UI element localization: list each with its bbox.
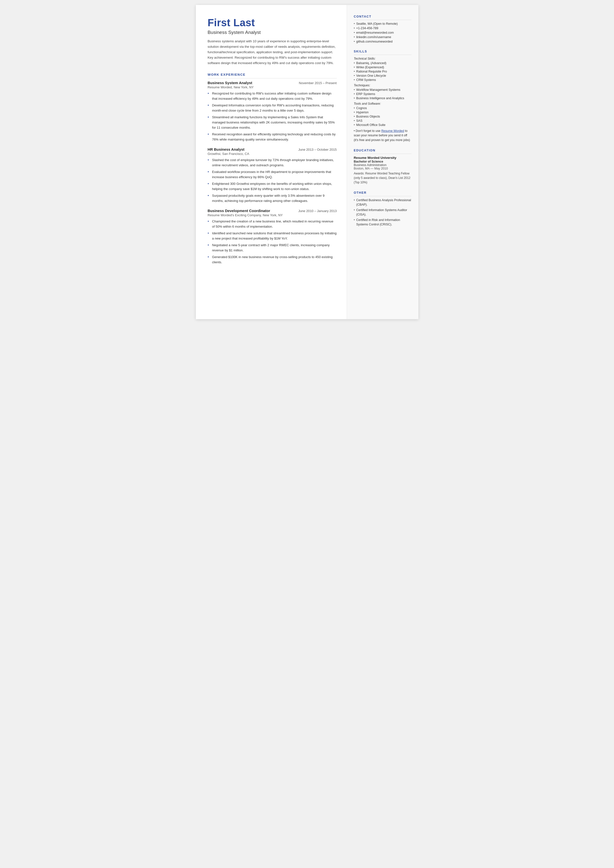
edu-field: Business Administration [354,163,411,167]
job-title-1: Business System Analyst [208,81,253,85]
skill-tech-5: CRM Systems [354,78,411,82]
job-company-2: Growthsi, San Francisco, CA [208,152,337,156]
edu-degree: Bachelor of Science [354,160,411,163]
job-title-2: HR Business Analyst [208,148,245,151]
edu-block: Resume Worded University Bachelor of Sci… [354,156,411,185]
tool-1: Cognos [354,106,411,110]
tool-5: Microsoft Office Suite [354,123,411,127]
job-dates-1: November 2015 – Present [299,81,336,85]
bullet-3-1: Championed the creation of a new busines… [208,219,337,229]
bullet-3-2: Identified and launched new solutions th… [208,231,337,241]
skill-tech-2: Wrike (Experienced) [354,65,411,69]
edu-institution: Resume Worded University [354,156,411,160]
job-bullets-2: Slashed the cost of employee turnover by… [208,157,337,203]
summary-text: Business systems analyst with 10 years o… [208,39,337,66]
right-column: CONTACT Seattle, WA (Open to Remote) +1-… [347,5,419,319]
job-bullets-1: Recognized for contributing to RW's succ… [208,91,337,142]
other-section: OTHER Certified Business Analysis Profes… [354,191,411,227]
other-list: Certified Business Analysis Professional… [354,198,411,227]
technical-skills-label: Technical Skills: [354,57,411,61]
bullet-1-3: Streamlined all marketing functions by i… [208,115,337,130]
job-header-2: HR Business Analyst June 2013 – October … [208,148,337,151]
tool-4: SAS [354,119,411,123]
skills-header: SKILLS [354,50,411,55]
candidate-title: Business System Analyst [208,30,337,35]
contact-email: email@resumeworded.com [354,31,411,34]
job-dates-2: June 2013 – October 2015 [298,148,336,151]
other-cert-3: Certified in Risk and Information System… [354,218,411,227]
edu-date: Boston, MA — May 2010 [354,167,411,170]
bullet-2-3: Enlightened 300 Growthsi employees on th… [208,181,337,191]
job-company-3: Resume Worded's Exciting Company, New Yo… [208,213,337,217]
bullet-1-1: Recognized for contributing to RW's succ… [208,91,337,101]
bullet-3-3: Negotiated a new 5-year contract with 2 … [208,242,337,253]
other-cert-2: Certified Information Systems Auditor (C… [354,208,411,217]
rw-promo: • Don't forget to use Resume Worded to s… [354,129,411,142]
job-header-3: Business Development Coordinator June 20… [208,209,337,213]
contact-phone: +1-234-456-789 [354,26,411,30]
skills-section: SKILLS Technical Skills: Balsamiq, (Adva… [354,50,411,142]
bullet-2-1: Slashed the cost of employee turnover by… [208,157,337,168]
bullet-1-4: Received recognition award for efficient… [208,132,337,142]
contact-github: github.com/resumeworded [354,40,411,43]
technique-3: Business Intelligence and Analytics [354,96,411,100]
job-dates-3: June 2010 – January 2013 [298,209,336,213]
technique-1: Workflow Management Systems [354,88,411,92]
edu-awards: Awards: Resume Worded Teaching Fellow (o… [354,171,411,185]
bullet-3-4: Generated $100K in new business revenue … [208,255,337,265]
candidate-name: First Last [208,17,337,29]
tools-list: Cognos Hyperion Business Objects SAS Mic… [354,106,411,127]
job-bullets-3: Championed the creation of a new busines… [208,219,337,265]
education-section: EDUCATION Resume Worded University Bache… [354,149,411,185]
contact-location: Seattle, WA (Open to Remote) [354,22,411,25]
bullet-2-2: Evaluated workflow processes in the HR d… [208,169,337,180]
work-experience-header: WORK EXPERIENCE [208,73,337,78]
technical-skills-list: Balsamiq, (Advanced) Wrike (Experienced)… [354,61,411,82]
education-header: EDUCATION [354,149,411,154]
left-column: First Last Business System Analyst Busin… [196,5,347,319]
other-header: OTHER [354,191,411,196]
resume-container: First Last Business System Analyst Busin… [196,5,419,319]
tool-3: Business Objects [354,115,411,118]
job-block-2: HR Business Analyst June 2013 – October … [208,148,337,203]
contact-section: CONTACT Seattle, WA (Open to Remote) +1-… [354,15,411,43]
rw-promo-link[interactable]: Resume Worded [381,129,404,133]
job-header-1: Business System Analyst November 2015 – … [208,81,337,85]
techniques-list: Workflow Management Systems ERP Systems … [354,88,411,100]
bullet-1-2: Developed Informatica conversion scripts… [208,103,337,113]
other-cert-1: Certified Business Analysis Professional… [354,198,411,207]
job-block-3: Business Development Coordinator June 20… [208,209,337,265]
skill-tech-3: Rational Requisite Pro [354,70,411,73]
contact-list: Seattle, WA (Open to Remote) +1-234-456-… [354,22,411,43]
contact-linkedin: linkedin.com/in/username [354,36,411,39]
bullet-2-4: Surpassed productivity goals every quart… [208,193,337,203]
contact-header: CONTACT [354,15,411,20]
skill-tech-1: Balsamiq, (Advanced) [354,61,411,65]
skill-tech-4: Version One Lifecycle [354,74,411,78]
job-title-3: Business Development Coordinator [208,209,270,213]
job-company-1: Resume Worded, New York, NY [208,85,337,89]
tool-2: Hyperion [354,110,411,114]
job-block-1: Business System Analyst November 2015 – … [208,81,337,142]
technique-2: ERP Systems [354,92,411,96]
work-experience-section: WORK EXPERIENCE Business System Analyst … [208,73,337,265]
tools-label: Tools and Software: [354,102,411,106]
techniques-label: Techniques: [354,84,411,87]
